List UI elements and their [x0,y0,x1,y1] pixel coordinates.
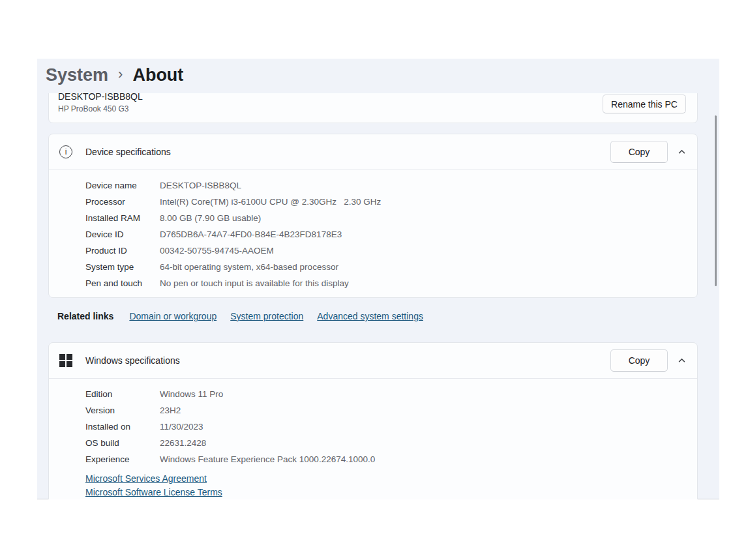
breadcrumb: System › About [46,65,183,85]
related-links-title: Related links [57,311,113,321]
settings-about-page: System › About DESKTOP-ISBB8QL HP ProBoo… [37,59,719,499]
spec-row-system-type: System type 64-bit operating system, x64… [49,259,697,275]
spec-value: 11/30/2023 [160,422,203,432]
spec-row-edition: Edition Windows 11 Pro [49,386,697,402]
info-circle-icon: i [59,145,72,158]
spec-label: Experience [85,454,160,464]
spec-label: Processor [85,197,160,207]
spec-label: Edition [85,389,160,399]
windows-specifications-title: Windows specifications [85,355,180,366]
spec-label: System type [85,262,160,272]
spec-value: Intel(R) Core(TM) i3-6100U CPU @ 2.30GHz… [160,197,381,207]
windows-specifications-body: Edition Windows 11 Pro Version 23H2 Inst… [49,379,697,499]
link-microsoft-services-agreement[interactable]: Microsoft Services Agreement [85,472,207,486]
spec-row-version: Version 23H2 [49,402,697,419]
link-microsoft-software-license-terms[interactable]: Microsoft Software License Terms [85,486,222,499]
copy-windows-specs-button[interactable]: Copy [610,349,668,372]
spec-label: Installed on [85,422,160,432]
spec-row-installed-ram: Installed RAM 8.00 GB (7.90 GB usable) [49,210,697,226]
spec-label: Device ID [85,229,160,239]
spec-row-device-name: Device name DESKTOP-ISBB8QL [49,177,697,194]
spec-row-device-id: Device ID D765DB6A-74A7-4FD0-B84E-4B23FD… [49,226,697,243]
page-title: About [132,65,183,85]
spec-row-os-build: OS build 22631.2428 [49,435,697,451]
spec-label: Version [85,405,160,415]
spec-value: No pen or touch input is available for t… [160,278,349,288]
scroll-viewport: DESKTOP-ISBB8QL HP ProBook 450 G3 Rename… [37,93,719,499]
spec-row-experience: Experience Windows Feature Experience Pa… [49,451,697,467]
windows-specifications-card: Windows specifications Copy Edition Wind… [48,342,698,499]
spec-row-pen-and-touch: Pen and touch No pen or touch input is a… [49,275,697,291]
spec-value: Windows Feature Experience Pack 1000.226… [160,454,375,464]
spec-value: DESKTOP-ISBB8QL [160,181,241,190]
spec-label: OS build [85,438,160,448]
device-name-card: DESKTOP-ISBB8QL HP ProBook 450 G3 Rename… [48,93,698,123]
chevron-up-icon[interactable] [676,147,687,157]
breadcrumb-system[interactable]: System [46,65,108,85]
spec-row-processor: Processor Intel(R) Core(TM) i3-6100U CPU… [49,194,697,210]
related-links-row: Related links Domain or workgroup System… [57,308,437,324]
copy-device-specs-button[interactable]: Copy [610,141,668,163]
device-model-text: HP ProBook 450 G3 [58,104,129,114]
spec-value: Windows 11 Pro [160,389,223,399]
rename-pc-button[interactable]: Rename this PC [603,95,686,113]
spec-value: D765DB6A-74A7-4FD0-B84E-4B23FD8178E3 [160,229,342,239]
license-links: Microsoft Services Agreement Microsoft S… [85,472,697,499]
device-specifications-body: Device name DESKTOP-ISBB8QL Processor In… [49,170,697,299]
device-specifications-title: Device specifications [85,147,171,157]
spec-label: Pen and touch [85,278,160,288]
windows-logo-icon [59,354,72,367]
spec-value: 22631.2428 [160,438,206,448]
breadcrumb-separator-icon: › [118,66,123,85]
spec-row-installed-on: Installed on 11/30/2023 [49,419,697,435]
link-domain-or-workgroup[interactable]: Domain or workgroup [129,311,217,321]
spec-value: 00342-50755-94745-AAOEM [160,246,274,256]
vertical-scrollbar-thumb[interactable] [715,115,717,286]
windows-specifications-header[interactable]: Windows specifications Copy [49,343,697,378]
link-advanced-system-settings[interactable]: Advanced system settings [317,311,423,321]
device-specifications-card: i Device specifications Copy Device name… [48,134,698,298]
spec-label: Product ID [85,246,160,256]
device-name-text: DESKTOP-ISBB8QL [58,93,143,102]
device-specifications-header[interactable]: i Device specifications Copy [49,134,697,169]
spec-label: Device name [85,181,160,190]
spec-value: 64-bit operating system, x64-based proce… [160,262,338,272]
spec-row-product-id: Product ID 00342-50755-94745-AAOEM [49,243,697,259]
chevron-up-icon[interactable] [676,355,687,366]
spec-label: Installed RAM [85,213,160,223]
spec-value: 23H2 [160,405,181,415]
link-system-protection[interactable]: System protection [230,311,303,321]
spec-value: 8.00 GB (7.90 GB usable) [160,213,261,223]
